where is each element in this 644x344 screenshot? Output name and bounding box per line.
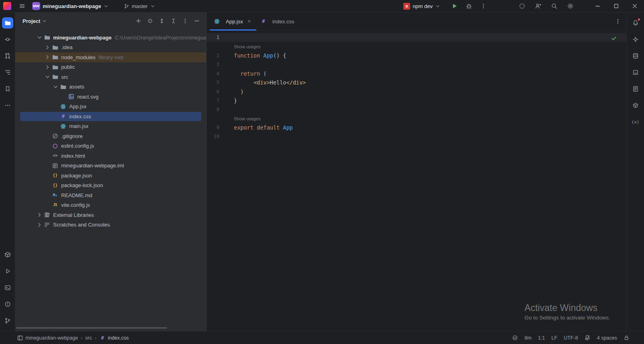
sync-status-icon[interactable] (512, 335, 518, 341)
code-line-10[interactable]: 10 (206, 132, 626, 141)
tree-item-eslint-config-js[interactable]: eslint.config.js (15, 141, 206, 151)
tree-item-package-lock-json[interactable]: {}package-lock.json (15, 181, 206, 191)
database-icon[interactable] (630, 50, 641, 62)
inlay-hint-row[interactable]: Show usages (206, 114, 626, 123)
ai-assistant-icon[interactable] (630, 34, 641, 45)
line-number[interactable]: 5 (206, 80, 234, 85)
inlay-hint-row[interactable]: Show usages (206, 42, 626, 51)
code-editor[interactable]: 1Show usages2function App() {34 return (… (206, 31, 626, 331)
locate-icon[interactable] (145, 16, 155, 26)
code-line-4[interactable]: 4 return ( (206, 69, 626, 78)
chevron-down-icon[interactable] (52, 84, 59, 90)
line-number[interactable]: 8 (206, 107, 234, 112)
tree-item-idea[interactable]: .idea (15, 43, 206, 53)
horizontal-scrollbar[interactable] (16, 327, 167, 329)
tab-index-css[interactable]: #index.css (256, 12, 298, 30)
chevron-right-icon[interactable] (44, 64, 51, 70)
tree-item-src[interactable]: src (15, 72, 206, 82)
more-horizontal-icon[interactable] (2, 100, 13, 111)
tree-item-scratches-and-consoles[interactable]: Scratches and Consoles (15, 220, 206, 230)
bookmarks-icon[interactable] (2, 83, 13, 95)
inspections-ok-icon[interactable] (609, 34, 618, 43)
tree-item-readme-md[interactable]: M↓README.md (15, 190, 206, 200)
pull-requests-icon[interactable] (2, 50, 13, 62)
chevron-right-icon[interactable] (36, 212, 43, 218)
caret-position-widget[interactable]: 1:1 (538, 335, 545, 341)
indent-setting-widget[interactable]: 4 spaces (597, 335, 617, 341)
tab-options-icon[interactable] (613, 16, 623, 27)
encoding-widget[interactable]: UTF-8 (564, 335, 578, 341)
collapse-all-icon[interactable] (168, 16, 179, 26)
debug-button[interactable] (463, 1, 475, 11)
minimize-button[interactable] (588, 0, 607, 12)
code-line-9[interactable]: 9export default App (206, 123, 626, 132)
code-line-2[interactable]: 2function App() { (206, 51, 626, 60)
code-with-me-icon[interactable] (532, 1, 544, 11)
close-button[interactable] (625, 0, 644, 12)
line-number[interactable]: 7 (206, 98, 234, 103)
chevron-right-icon[interactable] (44, 44, 51, 51)
code-line-7[interactable]: 7} (206, 96, 626, 105)
search-icon[interactable] (548, 1, 560, 11)
line-number[interactable]: 2 (206, 53, 234, 58)
line-number[interactable]: 10 (206, 134, 234, 139)
breadcrumb-index-css[interactable]: #index.css (99, 335, 129, 341)
close-tab-icon[interactable] (246, 18, 252, 25)
tree-item-index-css[interactable]: #index.css (15, 111, 206, 122)
tree-item-mineguardian-webpage[interactable]: mineguardian-webpageC:\Users\Orange\Idea… (15, 33, 206, 43)
breadcrumb-src[interactable]: src (85, 335, 92, 341)
idea-logo-icon[interactable] (3, 2, 11, 10)
dashed-circle-icon[interactable] (516, 1, 528, 11)
write-access-icon[interactable] (623, 335, 630, 341)
chevron-down-icon[interactable] (42, 19, 47, 24)
tree-item-react-svg[interactable]: react.svg (15, 92, 206, 102)
git-branch-icon[interactable] (2, 315, 13, 326)
hide-icon[interactable] (192, 16, 202, 26)
line-number[interactable]: 3 (206, 62, 234, 67)
commit-icon[interactable] (2, 34, 13, 45)
chevron-down-icon[interactable] (36, 34, 43, 41)
tree-item-public[interactable]: public (15, 62, 206, 72)
project-widget[interactable]: MW mineguardian-webpage (30, 1, 111, 11)
chevron-down-icon[interactable] (44, 74, 51, 80)
tree-item-assets[interactable]: assets (15, 82, 206, 92)
add-icon[interactable] (133, 16, 144, 26)
expand-all-icon[interactable] (157, 16, 167, 26)
line-ending-widget[interactable]: LF (551, 335, 557, 341)
code-line-8[interactable]: 8 (206, 105, 626, 114)
project-icon[interactable] (2, 17, 13, 29)
problems-icon[interactable] (2, 299, 13, 310)
run-config-widget[interactable]: n npm dev (401, 2, 443, 11)
tree-item-main-jsx[interactable]: main.jsx (15, 122, 206, 132)
main-menu-icon[interactable] (16, 1, 28, 11)
documentation-icon[interactable] (630, 83, 641, 95)
line-number[interactable]: 1 (206, 35, 234, 40)
branch-widget[interactable]: master (122, 2, 158, 10)
show-usages-hint[interactable]: Show usages (234, 44, 260, 49)
run-button[interactable] (448, 1, 460, 11)
services-icon[interactable] (2, 249, 13, 260)
variables-icon[interactable]: (x) (630, 116, 641, 128)
chevron-right-icon[interactable] (44, 54, 51, 60)
line-number[interactable]: 6 (206, 89, 234, 95)
tab-app-jsx[interactable]: App.jsx (210, 12, 256, 30)
code-line-3[interactable]: 3 (206, 60, 626, 69)
code-line-1[interactable]: 1 (206, 33, 626, 42)
do-not-disturb-icon[interactable] (584, 335, 590, 341)
tree-item-external-libraries[interactable]: External Libraries (15, 210, 206, 220)
code-line-5[interactable]: 5 <div>Hello</div> (206, 78, 626, 87)
chevron-right-icon[interactable] (36, 222, 43, 228)
line-number[interactable]: 4 (206, 71, 234, 76)
breadcrumb-mineguardian-webpage[interactable]: mineguardian-webpage (17, 335, 78, 341)
tree-item-package-json[interactable]: {}package.json (15, 171, 206, 181)
tree-item-gitignore[interactable]: .gitignore (15, 131, 206, 141)
structure-icon[interactable] (2, 67, 13, 78)
dependencies-icon[interactable] (630, 100, 641, 111)
tree-item-mineguardian-webpage-iml[interactable]: mineguardian-webpage.iml (15, 161, 206, 171)
notifications-icon[interactable] (630, 17, 641, 29)
settings-gear-icon[interactable] (564, 1, 576, 11)
tree-item-index-html[interactable]: <>index.html (15, 151, 206, 161)
tree-item-app-jsx[interactable]: App.jsx (15, 102, 206, 112)
code-line-6[interactable]: 6 ) (206, 87, 626, 96)
panel-title[interactable]: Project (23, 18, 40, 24)
